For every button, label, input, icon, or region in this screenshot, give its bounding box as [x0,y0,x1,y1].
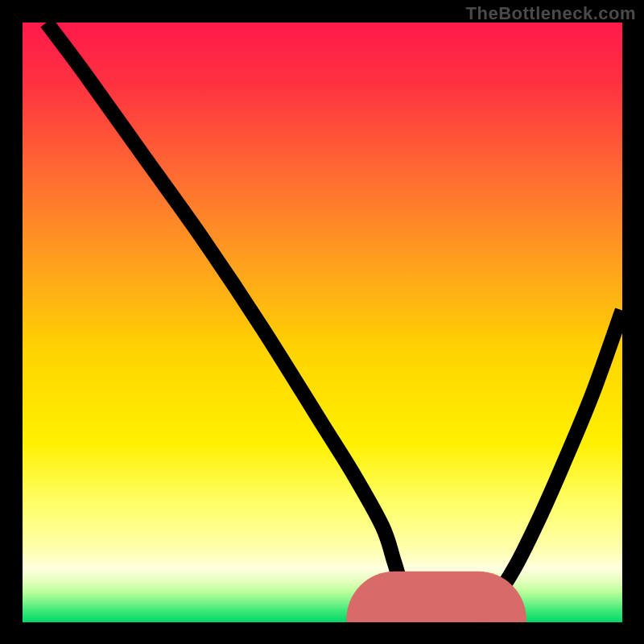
plot-area [23,23,622,622]
watermark-text: TheBottleneck.com [466,3,636,24]
gradient-background [23,23,622,622]
svg-rect-0 [23,23,622,622]
chart-frame: TheBottleneck.com [0,0,644,644]
